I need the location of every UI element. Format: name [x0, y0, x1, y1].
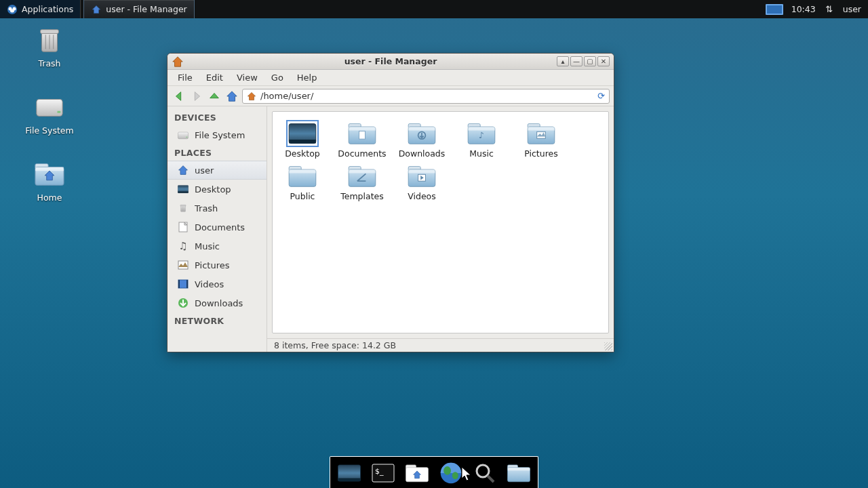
file-label: Public: [290, 191, 315, 201]
svg-point-18: [10, 9, 14, 12]
path-bar[interactable]: /home/user/ ⟳: [242, 89, 610, 104]
sidebar-heading-devices: DEVICES: [167, 109, 267, 125]
desktop-icon-label: Home: [37, 192, 62, 203]
file-item-pictures[interactable]: Pictures: [518, 121, 564, 159]
file-pane[interactable]: Desktop Documents Downloads ♪ Music Pict…: [272, 111, 609, 333]
sidebar-item-label: File System: [195, 130, 245, 140]
close-button[interactable]: ✕: [597, 56, 610, 66]
sidebar-item-documents[interactable]: Documents: [167, 218, 267, 237]
dock-filemanager[interactable]: [403, 461, 431, 485]
status-text: 8 items, Free space: 14.2 GB: [274, 340, 396, 350]
resize-grip[interactable]: [604, 342, 612, 350]
menubar: File Edit View Go Help: [167, 70, 614, 86]
desktop-folder-icon: [288, 121, 317, 146]
file-label: Pictures: [524, 148, 558, 159]
sidebar-item-label: Pictures: [195, 260, 229, 270]
xfce-mouse-icon: [7, 4, 18, 15]
sidebar-item-desktop[interactable]: Desktop: [167, 180, 267, 199]
nav-back-button[interactable]: [172, 89, 186, 104]
desktop-icon-filesystem[interactable]: File System: [12, 92, 87, 136]
sidebar: DEVICES File System PLACES user Desktop …: [167, 106, 267, 352]
folder-icon: [347, 121, 377, 146]
user-menu[interactable]: user: [843, 4, 861, 14]
svg-rect-23: [186, 280, 188, 288]
svg-text:♪: ♪: [479, 130, 484, 140]
dock-search[interactable]: [471, 461, 498, 485]
path-text: /home/user/: [260, 91, 313, 101]
window-home-icon: [172, 56, 184, 68]
dock-show-desktop[interactable]: [336, 461, 363, 485]
menu-view[interactable]: View: [231, 71, 264, 84]
dock: $_: [330, 456, 538, 488]
sidebar-item-pictures[interactable]: Pictures: [167, 256, 267, 274]
network-icon[interactable]: ⇅: [824, 4, 835, 15]
dock-browser[interactable]: [437, 461, 465, 485]
disk-icon: [177, 129, 189, 141]
file-item-music[interactable]: ♪ Music: [458, 121, 505, 159]
applications-menu-button[interactable]: Applications: [0, 0, 81, 18]
rollup-button[interactable]: ▴: [557, 56, 569, 66]
nav-home-button[interactable]: [224, 89, 239, 104]
minimize-button[interactable]: —: [570, 56, 583, 66]
disk-icon: [34, 92, 65, 123]
sidebar-item-trash[interactable]: Trash: [167, 199, 267, 218]
taskbar-button-filemanager[interactable]: user - File Manager: [83, 0, 194, 18]
workspace-switcher[interactable]: [766, 4, 783, 15]
sidebar-item-label: Trash: [195, 203, 218, 214]
sidebar-item-downloads[interactable]: Downloads: [167, 293, 267, 312]
file-item-downloads[interactable]: Downloads: [399, 121, 445, 159]
dock-folder[interactable]: [505, 461, 532, 485]
file-manager-window: user - File Manager ▴ — ▢ ✕ File Edit Vi…: [167, 53, 614, 352]
nav-forward-button[interactable]: [189, 89, 204, 104]
folder-icon: [347, 164, 377, 188]
pictures-icon: [177, 259, 189, 271]
menu-file[interactable]: File: [172, 71, 199, 84]
menu-go[interactable]: Go: [265, 71, 290, 84]
home-icon: [177, 164, 189, 176]
menu-edit[interactable]: Edit: [200, 71, 229, 84]
document-icon: [177, 221, 189, 233]
file-item-videos[interactable]: Videos: [399, 164, 445, 201]
file-item-documents[interactable]: Documents: [339, 121, 385, 159]
toolbar: /home/user/ ⟳: [167, 86, 614, 106]
svg-text:$_: $_: [375, 467, 384, 476]
top-panel: Applications user - File Manager 10:43 ⇅…: [0, 0, 868, 18]
folder-icon: [407, 164, 437, 188]
file-label: Downloads: [399, 148, 446, 159]
titlebar[interactable]: user - File Manager ▴ — ▢ ✕: [167, 54, 614, 70]
file-item-public[interactable]: Public: [279, 164, 326, 201]
sidebar-item-user[interactable]: user: [167, 161, 267, 180]
desktop-icons: Trash File System Home: [12, 24, 87, 226]
nav-up-button[interactable]: [207, 89, 222, 104]
sidebar-item-label: Documents: [195, 222, 245, 232]
desktop-icon: [177, 183, 189, 195]
sidebar-item-label: Desktop: [195, 184, 231, 195]
svg-point-34: [477, 465, 489, 477]
file-item-desktop[interactable]: Desktop: [279, 121, 326, 159]
desktop-icon-home[interactable]: Home: [12, 159, 87, 203]
sidebar-item-label: Music: [195, 241, 220, 251]
file-item-templates[interactable]: Templates: [339, 164, 385, 201]
maximize-button[interactable]: ▢: [584, 56, 596, 66]
videos-icon: [177, 278, 189, 290]
statusbar: 8 items, Free space: 14.2 GB: [267, 338, 614, 352]
sidebar-item-filesystem[interactable]: File System: [167, 125, 267, 144]
dock-terminal[interactable]: $_: [370, 461, 397, 485]
refresh-icon[interactable]: ⟳: [597, 91, 605, 101]
system-tray: 10:43 ⇅ user: [759, 0, 868, 18]
desktop-icon-trash[interactable]: Trash: [12, 24, 87, 68]
file-label: Desktop: [285, 148, 320, 159]
sidebar-item-label: Videos: [195, 279, 224, 289]
trash-icon: [177, 202, 189, 214]
folder-icon: ♪: [467, 121, 496, 146]
desktop-icon-label: File System: [25, 125, 74, 136]
svg-rect-22: [178, 280, 180, 288]
menu-help[interactable]: Help: [291, 71, 323, 84]
sidebar-heading-network: NETWORK: [167, 312, 267, 329]
sidebar-item-videos[interactable]: Videos: [167, 274, 267, 293]
sidebar-item-music[interactable]: ♫ Music: [167, 237, 267, 256]
svg-line-35: [488, 476, 494, 482]
clock[interactable]: 10:43: [791, 4, 816, 14]
applications-menu-label: Applications: [22, 4, 73, 14]
path-home-icon: [247, 92, 256, 101]
